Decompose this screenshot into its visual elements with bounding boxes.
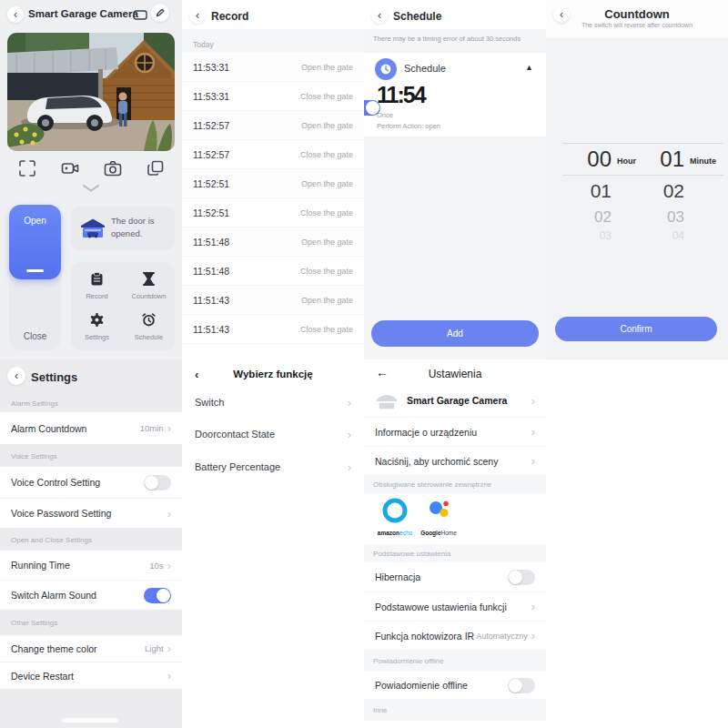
page-title: Smart Garage Camera xyxy=(28,8,138,19)
video-camera-icon[interactable] xyxy=(60,158,80,178)
back-icon: ‹ xyxy=(15,370,18,381)
record-row[interactable]: 11:52:57Close the gate xyxy=(182,140,364,169)
device-restart-row[interactable]: Device Restart › xyxy=(0,662,182,689)
google-home-link[interactable]: GoogleHome xyxy=(420,497,458,536)
theme-row[interactable]: Change theme color Light› xyxy=(0,635,182,662)
chevron-right-icon: › xyxy=(167,508,171,520)
alarm-countdown-row[interactable]: Alarm Countdown 10min› xyxy=(0,412,182,444)
offline-notification-toggle[interactable] xyxy=(508,678,535,693)
section-header: Open and Close Settings xyxy=(11,536,92,544)
function-row-switch[interactable]: Switch › xyxy=(182,389,364,416)
photo-camera-icon[interactable] xyxy=(103,158,123,178)
schedule-repeat: Once xyxy=(377,111,393,119)
settings-action[interactable]: Settings xyxy=(71,313,123,353)
record-row[interactable]: 11:52:51Close the gate xyxy=(182,198,364,228)
picker-minute-option[interactable]: 02 xyxy=(624,180,684,202)
function-row-battery[interactable]: Battery Percentage › xyxy=(182,453,364,480)
amazon-echo-link[interactable]: amazonecho xyxy=(377,497,413,536)
chevron-right-icon: › xyxy=(531,395,535,407)
schedule-action-label: Schedule xyxy=(123,333,175,341)
door-status-text: The door is opened. xyxy=(111,215,167,240)
back-button[interactable]: ‹ xyxy=(189,7,206,24)
record-row[interactable]: 11:52:57Open the gate xyxy=(182,111,364,140)
confirm-button[interactable]: Confirm xyxy=(555,317,717,341)
record-action[interactable]: Record xyxy=(71,272,123,312)
running-time-row[interactable]: Running Time 10s› xyxy=(0,551,182,580)
section-header: Other Settings xyxy=(11,619,57,627)
schedule-toggle[interactable] xyxy=(364,100,380,116)
garage-door-icon xyxy=(80,217,106,239)
panel-choose-function: ‹ Wybierz funkcję Switch › Doorcontact S… xyxy=(182,359,364,728)
voice-password-row[interactable]: Voice Password Setting › xyxy=(0,498,182,528)
picker-hour-option[interactable]: 03 xyxy=(551,229,612,242)
voice-control-toggle[interactable] xyxy=(144,475,171,490)
picker-minute-option[interactable]: 04 xyxy=(624,229,684,242)
close-button[interactable]: Close xyxy=(9,331,61,341)
page-title: Record xyxy=(211,10,248,23)
record-row[interactable]: 11:51:48Open the gate xyxy=(182,228,364,257)
picker-minute-selected[interactable]: 01 xyxy=(624,147,684,172)
section-header: Podstawowe ustawienia xyxy=(373,550,450,558)
schedule-action[interactable]: Schedule xyxy=(123,313,175,353)
chevron-down-icon[interactable] xyxy=(83,185,99,192)
date-band: Today xyxy=(182,29,364,53)
record-row[interactable]: 11:53:31Close the gate xyxy=(182,82,364,111)
hourglass-icon xyxy=(143,272,155,286)
camera-feed-image[interactable] xyxy=(7,33,175,151)
pip-mode-icon[interactable] xyxy=(133,10,147,20)
open-button-label: Open xyxy=(9,216,61,226)
countdown-subtitle: The switch will reverse after countdown xyxy=(546,22,728,28)
garage-outline-icon xyxy=(375,390,399,410)
scenes-row[interactable]: Naciśnij, aby urchomić sceny › xyxy=(364,446,546,475)
record-icon xyxy=(91,272,103,286)
back-button[interactable]: ‹ xyxy=(371,7,388,24)
panel-ustawienia: ← Ustawienia Smart Garage Camera › Infor… xyxy=(364,359,546,728)
back-button[interactable]: ‹ xyxy=(7,6,24,23)
hibernation-row[interactable]: Hibernacja xyxy=(364,562,546,592)
chevron-right-icon: › xyxy=(531,601,535,612)
multi-screen-icon[interactable] xyxy=(146,158,166,178)
chevron-right-icon: › xyxy=(167,642,171,654)
picker-hour-selected[interactable]: 00 xyxy=(551,147,612,172)
panel-countdown: ‹ Countdown The switch will reverse afte… xyxy=(546,0,728,359)
countdown-action-label: Countdown xyxy=(123,292,175,300)
section-band: Inne xyxy=(364,699,546,721)
picker-hour-option[interactable]: 02 xyxy=(551,208,612,227)
hibernation-toggle[interactable] xyxy=(508,570,535,585)
chevron-right-icon: › xyxy=(167,670,171,682)
schedule-perform-action: Perform Action: open xyxy=(377,122,440,130)
date-label: Today xyxy=(193,40,214,49)
offline-notification-row[interactable]: Powiadomienie offline xyxy=(364,672,546,699)
device-info-row[interactable]: Informacje o urządzeniu › xyxy=(364,417,546,446)
basic-functions-row[interactable]: Podstawowe ustawienia funkcji › xyxy=(364,592,546,621)
home-indicator xyxy=(62,718,118,723)
record-action-label: Record xyxy=(71,292,123,300)
record-row[interactable]: 11:53:31Open the gate xyxy=(182,53,364,82)
switch-alarm-toggle[interactable] xyxy=(144,588,171,603)
back-button[interactable]: ‹ xyxy=(7,367,25,385)
record-row[interactable]: 11:51:43Close the gate xyxy=(182,315,364,344)
app-montage: ‹ Smart Garage Camera xyxy=(0,0,728,728)
door-control: Open Close xyxy=(9,205,61,350)
edit-button[interactable] xyxy=(151,4,169,22)
picker-minute-option[interactable]: 03 xyxy=(624,208,684,227)
collapse-icon[interactable]: ▲ xyxy=(525,63,533,72)
function-row-doorcontact[interactable]: Doorcontact State › xyxy=(182,420,364,448)
switch-alarm-row[interactable]: Switch Alarm Sound xyxy=(0,580,182,610)
open-button[interactable]: Open xyxy=(9,205,61,279)
voice-control-row[interactable]: Voice Control Setting xyxy=(0,467,182,498)
add-button[interactable]: Add xyxy=(371,320,539,347)
ir-row[interactable]: Funkcja noktowizora IR Automatyczny› xyxy=(364,621,546,650)
schedule-card-title: Schedule xyxy=(404,63,446,74)
device-row[interactable]: Smart Garage Camera › xyxy=(364,384,546,417)
countdown-action[interactable]: Countdown xyxy=(123,272,175,312)
section-band: Podstawowe ustawienia xyxy=(364,544,546,562)
fullscreen-icon[interactable] xyxy=(17,158,37,178)
record-row[interactable]: 11:51:43Open the gate xyxy=(182,286,364,315)
gear-icon xyxy=(90,313,104,327)
record-row[interactable]: 11:51:48Close the gate xyxy=(182,257,364,286)
chevron-right-icon: › xyxy=(531,630,535,642)
record-row[interactable]: 11:52:51Open the gate xyxy=(182,169,364,198)
pencil-icon xyxy=(156,8,165,17)
picker-hour-option[interactable]: 01 xyxy=(551,180,612,202)
